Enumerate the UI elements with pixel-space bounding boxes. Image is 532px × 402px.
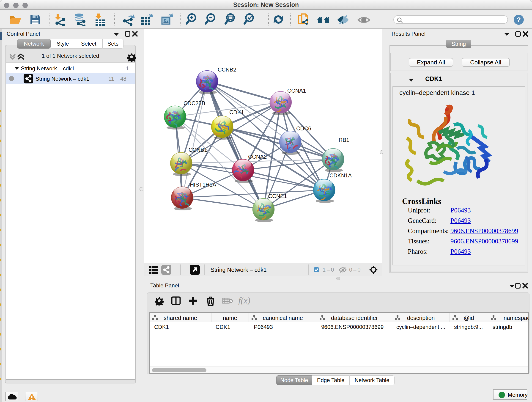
- svg-text:CDKN1A: CDKN1A: [329, 172, 352, 179]
- svg-text:CCNE1: CCNE1: [268, 193, 287, 199]
- svg-text:CCNA2: CCNA2: [248, 153, 267, 160]
- svg-text:CDC6: CDC6: [296, 125, 311, 132]
- svg-text:CCNA1: CCNA1: [287, 88, 306, 94]
- svg-text:RB1: RB1: [339, 137, 349, 143]
- svg-text:CCNB2: CCNB2: [218, 66, 236, 73]
- svg-text:CDK1: CDK1: [229, 109, 244, 115]
- svg-text:HIST1H1A: HIST1H1A: [190, 182, 216, 188]
- svg-text:CDC25B: CDC25B: [184, 100, 205, 106]
- svg-text:?: ?: [517, 16, 521, 23]
- svg-text:CCNB1: CCNB1: [189, 147, 207, 153]
